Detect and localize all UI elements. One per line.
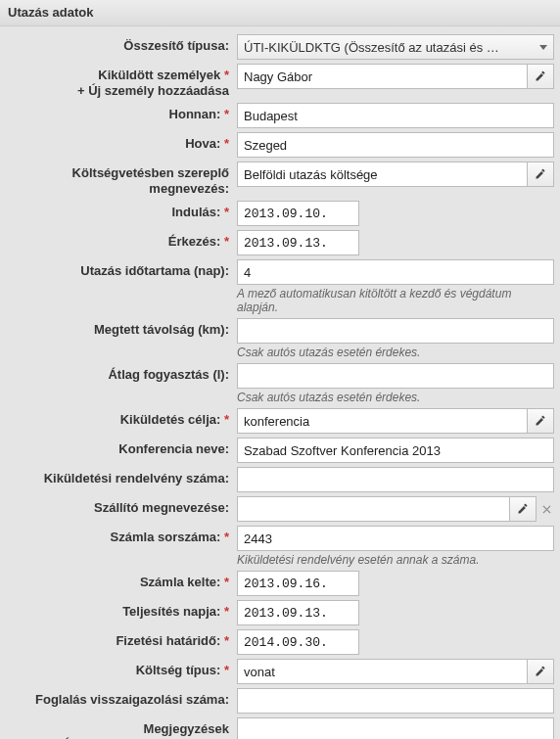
- indulas-input[interactable]: [237, 201, 359, 226]
- szamla-sorszam-input[interactable]: [237, 526, 554, 551]
- label-kikuldott: Kiküldött személyek * + Új személy hozzá…: [4, 64, 237, 99]
- clear-szallito-button[interactable]: [538, 496, 554, 522]
- edit-szallito-button[interactable]: [509, 496, 537, 522]
- pencil-icon: [535, 666, 546, 677]
- panel-title: Utazás adatok: [0, 0, 560, 26]
- label-hova: Hova: *: [4, 132, 237, 152]
- label-indulas: Indulás: *: [4, 201, 237, 220]
- fogyasztas-input[interactable]: [237, 363, 554, 389]
- idotartam-input[interactable]: [237, 259, 554, 285]
- label-tavolsag: Megtett távolság (km):: [4, 318, 237, 338]
- hint-tavolsag: Csak autós utazás esetén érdekes.: [237, 344, 554, 359]
- hint-szamla-sorszam: Kiküldetési rendelvény esetén annak a sz…: [237, 551, 554, 567]
- edit-koltsegvetes-button[interactable]: [527, 162, 554, 187]
- fizetesi-input[interactable]: [237, 629, 359, 655]
- megjegyzes-input[interactable]: [237, 717, 554, 739]
- label-koltsegvetes: Költségvetésben szereplő megnevezés:: [4, 162, 237, 197]
- label-idotartam: Utazás időtartama (nap):: [4, 259, 237, 279]
- pencil-icon: [535, 168, 546, 180]
- szallito-input[interactable]: [237, 496, 509, 522]
- tavolsag-input[interactable]: [237, 318, 554, 344]
- label-teljesites: Teljesítés napja: *: [4, 600, 237, 620]
- label-szallito: Szállító megnevezése:: [4, 496, 237, 516]
- szamla-kelte-input[interactable]: [237, 571, 359, 596]
- label-konferencia: Konferencia neve:: [4, 438, 237, 457]
- label-celja: Kiküldetés célja: *: [4, 408, 237, 428]
- pencil-icon: [517, 503, 529, 515]
- label-koltseg-tipus: Költség típus: *: [4, 659, 237, 678]
- koltseg-tipus-input[interactable]: [237, 659, 527, 684]
- hova-input[interactable]: [237, 132, 554, 158]
- label-osszesito: Összesítő típusa:: [4, 34, 237, 54]
- foglalas-input[interactable]: [237, 688, 554, 714]
- label-fogyasztas: Átlag fogyasztás (l):: [4, 363, 237, 383]
- kikuldott-input[interactable]: [237, 64, 527, 89]
- edit-celja-button[interactable]: [527, 408, 554, 434]
- pencil-icon: [535, 70, 546, 82]
- label-szamla-sorszam: Számla sorszáma: *: [4, 526, 237, 545]
- osszesito-select[interactable]: ÚTI-KIKÜLDKTG (Összesítő az utazási és …: [237, 34, 554, 60]
- chevron-down-icon: [539, 45, 547, 50]
- label-megjegyzes: Megjegyzések + Új megnevezés hozzáadása: [4, 717, 237, 739]
- label-erkezes: Érkezés: *: [4, 230, 237, 250]
- osszesito-value: ÚTI-KIKÜLDKTG (Összesítő az utazási és …: [244, 40, 499, 55]
- teljesites-input[interactable]: [237, 600, 359, 625]
- koltsegvetes-input[interactable]: [237, 162, 527, 187]
- hint-fogyasztas: Csak autós utazás esetén érdekes.: [237, 389, 554, 404]
- label-szamla-kelte: Számla kelte: *: [4, 571, 237, 590]
- konferencia-input[interactable]: [237, 438, 554, 463]
- add-person-link[interactable]: + Új személy hozzáadása: [4, 83, 229, 99]
- erkezes-input[interactable]: [237, 230, 359, 255]
- label-rendelveny: Kiküldetési rendelvény száma:: [4, 467, 237, 486]
- rendelveny-input[interactable]: [237, 467, 554, 492]
- label-honnan: Honnan: *: [4, 103, 237, 122]
- edit-koltseg-tipus-button[interactable]: [527, 659, 554, 684]
- hint-idotartam: A mező automatikusan kitöltött a kezdő é…: [237, 285, 554, 314]
- label-fizetesi: Fizetési határidő: *: [4, 629, 237, 649]
- close-icon: [542, 505, 551, 514]
- edit-kikuldott-button[interactable]: [527, 64, 554, 89]
- celja-input[interactable]: [237, 408, 527, 434]
- form: Összesítő típusa: ÚTI-KIKÜLDKTG (Összesí…: [0, 26, 560, 739]
- honnan-input[interactable]: [237, 103, 554, 128]
- travel-data-panel: Utazás adatok Összesítő típusa: ÚTI-KIKÜ…: [0, 0, 560, 739]
- label-foglalas: Foglalás visszaigazolási száma:: [4, 688, 237, 708]
- pencil-icon: [535, 415, 546, 427]
